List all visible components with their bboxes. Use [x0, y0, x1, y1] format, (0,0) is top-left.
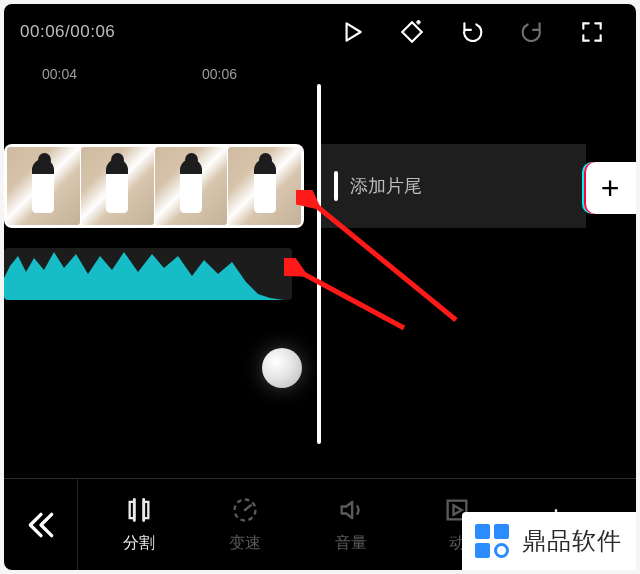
svg-line-1 — [300, 272, 404, 328]
waveform-icon — [4, 248, 292, 300]
ruler-mark: 00:06 — [202, 66, 237, 82]
watermark: 鼎品软件 — [462, 512, 636, 570]
tool-speed[interactable]: 变速 — [192, 495, 298, 554]
undo-button[interactable] — [444, 4, 500, 60]
annotation-arrow — [284, 258, 414, 338]
tool-volume[interactable]: 音量 — [298, 495, 404, 554]
timeline-tracks[interactable]: 添加片尾 + — [4, 90, 636, 476]
volume-icon — [337, 495, 365, 525]
keyframe-button[interactable] — [384, 4, 440, 60]
tool-split[interactable]: 分割 — [86, 495, 192, 554]
ruler-mark: 00:04 — [42, 66, 77, 82]
playhead[interactable] — [317, 84, 321, 444]
end-slate-label: 添加片尾 — [350, 174, 422, 198]
video-editor-screen: 00:06/00:06 00:04 00:06 — [4, 4, 636, 570]
clip-thumbnail — [228, 147, 301, 225]
redo-button[interactable] — [504, 4, 560, 60]
clip-thumbnail — [81, 147, 154, 225]
watermark-text: 鼎品软件 — [522, 525, 622, 557]
fullscreen-button[interactable] — [564, 4, 620, 60]
back-button[interactable] — [4, 479, 78, 571]
tool-label: 变速 — [229, 533, 261, 554]
video-clip[interactable] — [4, 144, 304, 228]
speed-icon — [231, 495, 259, 525]
play-button[interactable] — [324, 4, 380, 60]
undo-icon — [459, 19, 485, 45]
watermark-logo-icon — [472, 521, 512, 561]
split-icon — [125, 495, 153, 525]
scrub-handle[interactable] — [262, 348, 302, 388]
slate-handle-icon — [334, 171, 338, 201]
play-icon — [339, 19, 365, 45]
audio-clip[interactable] — [4, 248, 292, 300]
diamond-plus-icon — [399, 19, 425, 45]
plus-icon: + — [601, 170, 620, 207]
expand-icon — [579, 19, 605, 45]
tool-label: 音量 — [335, 533, 367, 554]
add-ending-slate[interactable]: 添加片尾 — [320, 144, 586, 228]
tool-label: 分割 — [123, 533, 155, 554]
clip-thumbnail — [155, 147, 228, 225]
clip-thumbnail — [7, 147, 80, 225]
redo-icon — [519, 19, 545, 45]
add-clip-button[interactable]: + — [584, 162, 636, 214]
chevron-double-left-icon — [25, 509, 57, 541]
top-bar: 00:06/00:06 — [4, 4, 636, 60]
time-counter: 00:06/00:06 — [20, 22, 115, 42]
